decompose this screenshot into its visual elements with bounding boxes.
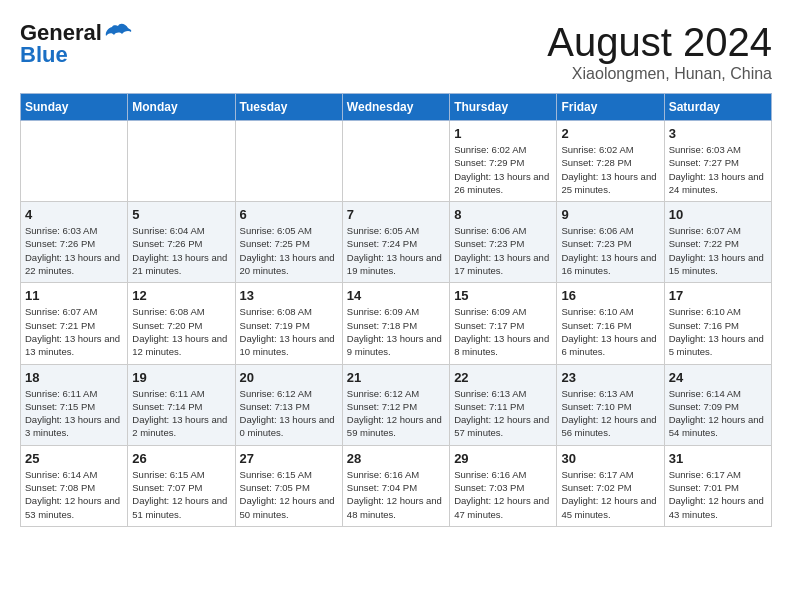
day-number: 28 bbox=[347, 451, 445, 466]
day-number: 30 bbox=[561, 451, 659, 466]
calendar-table: SundayMondayTuesdayWednesdayThursdayFrid… bbox=[20, 93, 772, 527]
day-info: Sunrise: 6:14 AMSunset: 7:08 PMDaylight:… bbox=[25, 468, 123, 521]
day-info: Sunrise: 6:15 AMSunset: 7:05 PMDaylight:… bbox=[240, 468, 338, 521]
day-number: 17 bbox=[669, 288, 767, 303]
day-number: 3 bbox=[669, 126, 767, 141]
day-number: 22 bbox=[454, 370, 552, 385]
day-info: Sunrise: 6:03 AMSunset: 7:27 PMDaylight:… bbox=[669, 143, 767, 196]
calendar-cell: 17Sunrise: 6:10 AMSunset: 7:16 PMDayligh… bbox=[664, 283, 771, 364]
header-wednesday: Wednesday bbox=[342, 94, 449, 121]
calendar-cell: 6Sunrise: 6:05 AMSunset: 7:25 PMDaylight… bbox=[235, 202, 342, 283]
calendar-cell: 28Sunrise: 6:16 AMSunset: 7:04 PMDayligh… bbox=[342, 445, 449, 526]
calendar-cell: 23Sunrise: 6:13 AMSunset: 7:10 PMDayligh… bbox=[557, 364, 664, 445]
day-info: Sunrise: 6:07 AMSunset: 7:21 PMDaylight:… bbox=[25, 305, 123, 358]
calendar-cell: 20Sunrise: 6:12 AMSunset: 7:13 PMDayligh… bbox=[235, 364, 342, 445]
day-number: 5 bbox=[132, 207, 230, 222]
header-friday: Friday bbox=[557, 94, 664, 121]
calendar-cell bbox=[342, 121, 449, 202]
day-number: 18 bbox=[25, 370, 123, 385]
calendar-cell: 2Sunrise: 6:02 AMSunset: 7:28 PMDaylight… bbox=[557, 121, 664, 202]
day-info: Sunrise: 6:13 AMSunset: 7:10 PMDaylight:… bbox=[561, 387, 659, 440]
calendar-cell bbox=[235, 121, 342, 202]
day-number: 2 bbox=[561, 126, 659, 141]
day-number: 26 bbox=[132, 451, 230, 466]
day-info: Sunrise: 6:09 AMSunset: 7:17 PMDaylight:… bbox=[454, 305, 552, 358]
day-info: Sunrise: 6:15 AMSunset: 7:07 PMDaylight:… bbox=[132, 468, 230, 521]
week-row-1: 1Sunrise: 6:02 AMSunset: 7:29 PMDaylight… bbox=[21, 121, 772, 202]
week-row-5: 25Sunrise: 6:14 AMSunset: 7:08 PMDayligh… bbox=[21, 445, 772, 526]
day-number: 25 bbox=[25, 451, 123, 466]
day-number: 27 bbox=[240, 451, 338, 466]
day-info: Sunrise: 6:02 AMSunset: 7:28 PMDaylight:… bbox=[561, 143, 659, 196]
day-info: Sunrise: 6:11 AMSunset: 7:15 PMDaylight:… bbox=[25, 387, 123, 440]
day-info: Sunrise: 6:17 AMSunset: 7:02 PMDaylight:… bbox=[561, 468, 659, 521]
day-info: Sunrise: 6:02 AMSunset: 7:29 PMDaylight:… bbox=[454, 143, 552, 196]
calendar-cell: 30Sunrise: 6:17 AMSunset: 7:02 PMDayligh… bbox=[557, 445, 664, 526]
day-info: Sunrise: 6:09 AMSunset: 7:18 PMDaylight:… bbox=[347, 305, 445, 358]
day-info: Sunrise: 6:12 AMSunset: 7:12 PMDaylight:… bbox=[347, 387, 445, 440]
day-number: 31 bbox=[669, 451, 767, 466]
header-row: SundayMondayTuesdayWednesdayThursdayFrid… bbox=[21, 94, 772, 121]
calendar-cell: 25Sunrise: 6:14 AMSunset: 7:08 PMDayligh… bbox=[21, 445, 128, 526]
calendar-cell: 18Sunrise: 6:11 AMSunset: 7:15 PMDayligh… bbox=[21, 364, 128, 445]
day-number: 12 bbox=[132, 288, 230, 303]
day-info: Sunrise: 6:10 AMSunset: 7:16 PMDaylight:… bbox=[561, 305, 659, 358]
calendar-cell: 11Sunrise: 6:07 AMSunset: 7:21 PMDayligh… bbox=[21, 283, 128, 364]
day-info: Sunrise: 6:06 AMSunset: 7:23 PMDaylight:… bbox=[561, 224, 659, 277]
calendar-cell: 31Sunrise: 6:17 AMSunset: 7:01 PMDayligh… bbox=[664, 445, 771, 526]
logo-bird-icon bbox=[104, 22, 132, 44]
day-number: 20 bbox=[240, 370, 338, 385]
calendar-cell bbox=[128, 121, 235, 202]
day-info: Sunrise: 6:05 AMSunset: 7:25 PMDaylight:… bbox=[240, 224, 338, 277]
day-info: Sunrise: 6:03 AMSunset: 7:26 PMDaylight:… bbox=[25, 224, 123, 277]
calendar-cell: 27Sunrise: 6:15 AMSunset: 7:05 PMDayligh… bbox=[235, 445, 342, 526]
day-number: 6 bbox=[240, 207, 338, 222]
day-number: 16 bbox=[561, 288, 659, 303]
calendar-cell: 3Sunrise: 6:03 AMSunset: 7:27 PMDaylight… bbox=[664, 121, 771, 202]
day-number: 15 bbox=[454, 288, 552, 303]
calendar-cell: 21Sunrise: 6:12 AMSunset: 7:12 PMDayligh… bbox=[342, 364, 449, 445]
calendar-cell: 9Sunrise: 6:06 AMSunset: 7:23 PMDaylight… bbox=[557, 202, 664, 283]
day-number: 21 bbox=[347, 370, 445, 385]
day-number: 1 bbox=[454, 126, 552, 141]
day-info: Sunrise: 6:04 AMSunset: 7:26 PMDaylight:… bbox=[132, 224, 230, 277]
day-number: 11 bbox=[25, 288, 123, 303]
day-info: Sunrise: 6:08 AMSunset: 7:20 PMDaylight:… bbox=[132, 305, 230, 358]
week-row-3: 11Sunrise: 6:07 AMSunset: 7:21 PMDayligh… bbox=[21, 283, 772, 364]
day-info: Sunrise: 6:13 AMSunset: 7:11 PMDaylight:… bbox=[454, 387, 552, 440]
day-info: Sunrise: 6:06 AMSunset: 7:23 PMDaylight:… bbox=[454, 224, 552, 277]
sub-title: Xiaolongmen, Hunan, China bbox=[547, 65, 772, 83]
day-info: Sunrise: 6:16 AMSunset: 7:03 PMDaylight:… bbox=[454, 468, 552, 521]
calendar-cell: 22Sunrise: 6:13 AMSunset: 7:11 PMDayligh… bbox=[450, 364, 557, 445]
logo: General Blue bbox=[20, 20, 132, 68]
calendar-cell: 14Sunrise: 6:09 AMSunset: 7:18 PMDayligh… bbox=[342, 283, 449, 364]
page-header: General Blue August 2024 Xiaolongmen, Hu… bbox=[20, 20, 772, 83]
calendar-cell bbox=[21, 121, 128, 202]
calendar-cell: 1Sunrise: 6:02 AMSunset: 7:29 PMDaylight… bbox=[450, 121, 557, 202]
day-info: Sunrise: 6:10 AMSunset: 7:16 PMDaylight:… bbox=[669, 305, 767, 358]
header-sunday: Sunday bbox=[21, 94, 128, 121]
calendar-header: SundayMondayTuesdayWednesdayThursdayFrid… bbox=[21, 94, 772, 121]
calendar-cell: 10Sunrise: 6:07 AMSunset: 7:22 PMDayligh… bbox=[664, 202, 771, 283]
day-number: 8 bbox=[454, 207, 552, 222]
day-number: 9 bbox=[561, 207, 659, 222]
calendar-cell: 19Sunrise: 6:11 AMSunset: 7:14 PMDayligh… bbox=[128, 364, 235, 445]
calendar-cell: 13Sunrise: 6:08 AMSunset: 7:19 PMDayligh… bbox=[235, 283, 342, 364]
day-info: Sunrise: 6:08 AMSunset: 7:19 PMDaylight:… bbox=[240, 305, 338, 358]
calendar-cell: 15Sunrise: 6:09 AMSunset: 7:17 PMDayligh… bbox=[450, 283, 557, 364]
day-info: Sunrise: 6:07 AMSunset: 7:22 PMDaylight:… bbox=[669, 224, 767, 277]
calendar-cell: 4Sunrise: 6:03 AMSunset: 7:26 PMDaylight… bbox=[21, 202, 128, 283]
day-info: Sunrise: 6:16 AMSunset: 7:04 PMDaylight:… bbox=[347, 468, 445, 521]
day-number: 23 bbox=[561, 370, 659, 385]
calendar-cell: 8Sunrise: 6:06 AMSunset: 7:23 PMDaylight… bbox=[450, 202, 557, 283]
day-number: 29 bbox=[454, 451, 552, 466]
calendar-cell: 5Sunrise: 6:04 AMSunset: 7:26 PMDaylight… bbox=[128, 202, 235, 283]
calendar-cell: 12Sunrise: 6:08 AMSunset: 7:20 PMDayligh… bbox=[128, 283, 235, 364]
calendar-cell: 24Sunrise: 6:14 AMSunset: 7:09 PMDayligh… bbox=[664, 364, 771, 445]
day-number: 14 bbox=[347, 288, 445, 303]
logo-text-blue: Blue bbox=[20, 42, 68, 68]
calendar-body: 1Sunrise: 6:02 AMSunset: 7:29 PMDaylight… bbox=[21, 121, 772, 527]
calendar-cell: 7Sunrise: 6:05 AMSunset: 7:24 PMDaylight… bbox=[342, 202, 449, 283]
day-info: Sunrise: 6:12 AMSunset: 7:13 PMDaylight:… bbox=[240, 387, 338, 440]
header-saturday: Saturday bbox=[664, 94, 771, 121]
